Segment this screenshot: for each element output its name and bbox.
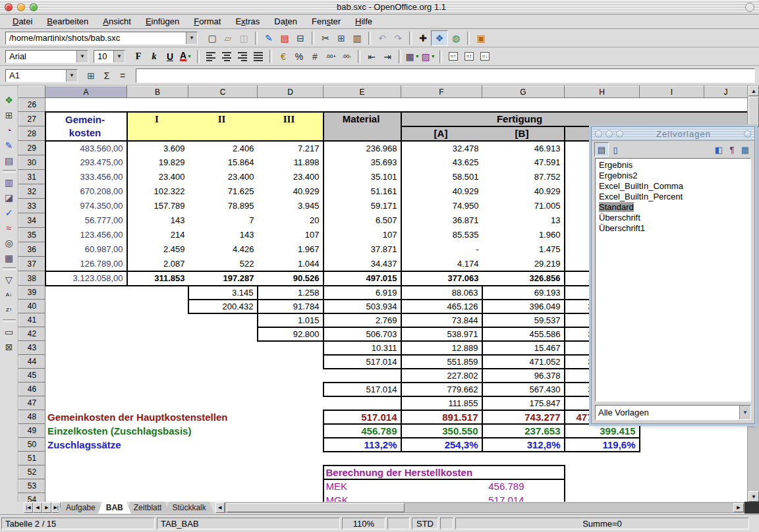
number-format-currency-icon[interactable]: €	[275, 49, 291, 64]
cell-A34[interactable]: 56.777,00	[45, 213, 127, 228]
align-left-icon[interactable]	[203, 49, 219, 64]
cell-D37[interactable]: 1.044	[258, 257, 323, 271]
scroll-right-icon[interactable]: ▶	[733, 503, 744, 512]
cell-A33[interactable]: 974.350,00	[45, 199, 127, 213]
cell-C52[interactable]	[188, 466, 258, 479]
cell-D43[interactable]	[258, 341, 323, 355]
cell-A45[interactable]	[45, 369, 127, 383]
cell-C46[interactable]	[188, 383, 258, 396]
cell-D52[interactable]	[258, 466, 323, 479]
cell-D33[interactable]: 3.945	[258, 199, 323, 213]
cell-G47[interactable]: 175.847	[482, 396, 565, 410]
cell-G26[interactable]	[482, 98, 565, 112]
cell-C44[interactable]	[188, 355, 258, 369]
column-header-D[interactable]: D	[258, 86, 323, 98]
export-pdf-icon[interactable]: ▤	[277, 31, 293, 45]
cell-G49[interactable]: 237.653	[482, 424, 565, 438]
cell-G30[interactable]: 47.591	[482, 155, 565, 170]
cell-B34[interactable]: 143	[127, 213, 188, 228]
row-header-43[interactable]: 43	[19, 341, 45, 355]
collapse-button[interactable]	[745, 3, 754, 12]
cell-E32[interactable]: 51.161	[323, 184, 401, 199]
cell-B32[interactable]: 102.322	[127, 184, 188, 199]
cell-E47[interactable]	[323, 396, 401, 410]
horizontal-scrollbar[interactable]: ▶	[225, 502, 745, 513]
cell-C51[interactable]	[188, 452, 258, 466]
cell-E34[interactable]: 6.507	[323, 213, 401, 228]
column-header-G[interactable]: G	[482, 86, 565, 98]
status-sheet-info[interactable]: Tabelle 2 / 15	[1, 518, 155, 529]
cell-G39[interactable]: 69.193	[482, 286, 565, 300]
cell-D42[interactable]: 92.800	[258, 327, 323, 341]
panel-collapse-button[interactable]	[744, 130, 751, 138]
cell-G42[interactable]: 455.586	[482, 327, 565, 341]
cell-C38[interactable]: 197.287	[188, 271, 258, 286]
italic-icon[interactable]: k	[146, 49, 162, 64]
cell-F32[interactable]: 40.929	[401, 184, 482, 199]
align-right-icon[interactable]	[235, 49, 250, 64]
cell-A44[interactable]	[45, 355, 127, 369]
cell-G31[interactable]: 87.752	[482, 170, 565, 184]
cell-D51[interactable]	[258, 452, 323, 466]
font-size-dropdown-icon[interactable]: ▼	[113, 51, 125, 63]
cell-F53[interactable]: 456.789	[401, 479, 565, 493]
row-header-30[interactable]: 30	[19, 155, 45, 170]
row-header-50[interactable]: 50	[19, 438, 45, 452]
sheet-tab-zeitblatt[interactable]: Zeitblatt	[126, 502, 170, 514]
cell-C31[interactable]: 23.400	[188, 170, 258, 184]
cell-A38[interactable]: 3.123.058,00	[45, 271, 127, 286]
row-header-40[interactable]: 40	[19, 300, 45, 313]
number-format-standard-icon[interactable]: #	[307, 49, 323, 64]
insert-icon[interactable]: ❖	[1, 92, 17, 107]
cell-I51[interactable]	[640, 452, 704, 466]
page-styles-icon[interactable]: ▯	[609, 143, 622, 156]
row-header-45[interactable]: 45	[19, 369, 45, 383]
style-item-excel_builtin_comma[interactable]: Excel_BuiltIn_Comma	[596, 181, 750, 192]
column-header-I[interactable]: I	[640, 86, 704, 98]
borders-icon[interactable]: ▦▼	[405, 49, 420, 64]
cell-A27[interactable]: Gemein- kosten	[45, 112, 127, 141]
paste-icon[interactable]: ▥	[349, 31, 365, 45]
cell-A35[interactable]: 123.456,00	[45, 228, 127, 242]
delete-decimal-icon[interactable]: .00-	[339, 49, 354, 64]
cell-F42[interactable]: 538.971	[401, 327, 482, 341]
cell-F35[interactable]: 85.535	[401, 228, 482, 242]
cell-B54[interactable]	[127, 493, 188, 502]
cell-B41[interactable]	[127, 313, 188, 327]
row-header-44[interactable]: 44	[19, 355, 45, 369]
cell-F34[interactable]: 36.871	[401, 213, 482, 228]
cell-E29[interactable]: 236.968	[323, 141, 401, 155]
cell-I53[interactable]	[640, 479, 704, 493]
group-icon[interactable]: ▭	[1, 324, 17, 339]
panel-minimize-button[interactable]	[605, 130, 613, 138]
menu-item-datei[interactable]: Datei	[5, 15, 40, 28]
cell-G48[interactable]: 743.277	[482, 410, 565, 424]
cell-B39[interactable]	[127, 286, 188, 300]
cell-G36[interactable]: 1.475	[482, 242, 565, 257]
cell-A54[interactable]	[45, 493, 127, 502]
name-box[interactable]: A1 ▼	[5, 69, 78, 82]
cell-C41[interactable]	[188, 313, 258, 327]
new-style-from-selection-icon[interactable]: ¶	[725, 143, 739, 156]
bold-icon[interactable]: F	[130, 49, 146, 64]
cell-D35[interactable]: 107	[258, 228, 323, 242]
status-empty-1[interactable]	[387, 518, 410, 529]
window-titlebar[interactable]: bab.sxc - OpenOffice.org 1.1	[0, 0, 759, 14]
cell-F43[interactable]: 12.889	[401, 341, 482, 355]
cell-I26[interactable]	[640, 98, 704, 112]
cell-G40[interactable]: 396.049	[482, 300, 565, 313]
cell-B42[interactable]	[127, 327, 188, 341]
cell-F26[interactable]	[401, 98, 482, 112]
cell-G50[interactable]: 312,8%	[482, 438, 565, 452]
sheet-tab-aufgabe[interactable]: Aufgabe	[58, 502, 103, 514]
cell-C43[interactable]	[188, 341, 258, 355]
row-header-34[interactable]: 34	[19, 213, 45, 228]
cell-G32[interactable]: 40.929	[482, 184, 565, 199]
cell-F41[interactable]: 73.844	[401, 313, 482, 327]
cell-B35[interactable]: 214	[127, 228, 188, 242]
cell-D27[interactable]: III	[258, 112, 323, 141]
row-header-38[interactable]: 38	[19, 271, 45, 286]
column-header-H[interactable]: H	[565, 86, 640, 98]
cell-C34[interactable]: 7	[188, 213, 258, 228]
increase-indent-icon[interactable]: ⇥	[380, 49, 395, 64]
